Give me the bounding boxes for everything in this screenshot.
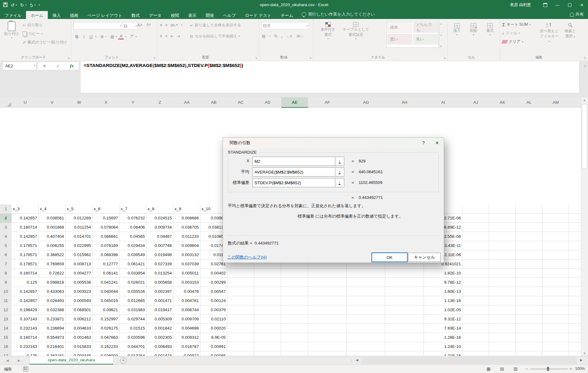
cell-AC13[interactable] <box>227 315 254 324</box>
font-size-combo[interactable]: 11▾ <box>122 22 138 30</box>
cell-Z16[interactable]: 0.006493 <box>146 342 173 351</box>
cell-W5[interactable]: 0.022995 <box>66 241 92 250</box>
currency-icon[interactable]: ▤ <box>262 34 266 38</box>
cell-partial-7[interactable] <box>569 259 581 269</box>
cell-W15[interactable]: 0.001463 <box>66 333 92 342</box>
cell-Z1[interactable]: x_8 <box>146 204 173 214</box>
cell-AG9[interactable] <box>347 278 385 287</box>
cell-U16[interactable]: 0.232143 <box>12 342 39 351</box>
cell-V13[interactable]: 0.233871 <box>39 315 66 324</box>
cell-X6[interactable]: 0.068398 <box>92 250 119 259</box>
cell-V9[interactable]: 0.598818 <box>39 278 66 287</box>
cell-AH17[interactable] <box>385 351 424 356</box>
row-header-13[interactable]: 13 <box>0 315 12 324</box>
cell-AK14[interactable] <box>489 324 516 333</box>
cell-AF15[interactable] <box>308 333 347 342</box>
cell-Y4[interactable]: 0.04565 <box>119 232 146 241</box>
cell-AA15[interactable]: 0.009312 <box>173 333 200 342</box>
cell-AH13[interactable] <box>385 315 424 324</box>
row-header-17[interactable]: 17 <box>0 351 12 356</box>
cell-AM15[interactable] <box>542 333 569 342</box>
percent-icon[interactable]: % <box>274 34 277 38</box>
cell-U17[interactable]: 0.125 <box>12 351 39 356</box>
cell-AA7[interactable]: 0.037039 <box>173 259 200 269</box>
cell-AB14[interactable]: 0.00020 <box>200 324 227 333</box>
cell-AE9[interactable] <box>281 278 308 287</box>
row-header-9[interactable]: 9 <box>0 278 12 287</box>
cell-AB12[interactable]: 0.00379 <box>200 305 227 315</box>
cell-V10[interactable]: 0.433063 <box>39 287 66 296</box>
cell-AA8[interactable]: 0.005011 <box>173 269 200 278</box>
page-break-view-icon[interactable]: ▥ <box>514 366 518 371</box>
formula-bar-collapse-icon[interactable]: ∨ <box>584 64 586 68</box>
gallery-more-icon[interactable]: ⊽ <box>440 45 442 48</box>
column-header-Y[interactable]: Y <box>119 97 147 107</box>
cell-AA16[interactable]: 0.016787 <box>173 342 200 351</box>
cell-V16[interactable]: 0.216401 <box>39 342 66 351</box>
cell-AL16[interactable] <box>516 342 542 351</box>
cell-Z11[interactable]: 0.001471 <box>146 296 173 305</box>
cell-AH11[interactable] <box>385 296 424 305</box>
cell-Y7[interactable]: 0.061421 <box>119 259 146 269</box>
cell-AG11[interactable] <box>347 296 385 305</box>
cell-X9[interactable]: 0.041241 <box>92 278 119 287</box>
argument-input[interactable]: AVERAGE($M$2:$M$652) <box>252 167 336 177</box>
cell-AC9[interactable] <box>227 278 254 287</box>
cell-AK10[interactable] <box>489 287 516 296</box>
underline-button[interactable]: U <box>88 34 94 39</box>
cell-AD8[interactable] <box>254 269 281 278</box>
cell-AK3[interactable] <box>489 223 516 232</box>
increase-decimal-icon[interactable]: ←.0 <box>286 34 292 38</box>
row-header-2[interactable]: 2 <box>0 214 12 223</box>
cell-Y14[interactable]: 0.01515 <box>119 324 146 333</box>
cell-AC17[interactable] <box>227 351 254 356</box>
dialog-title-bar[interactable]: 関数の引数 <box>223 138 444 148</box>
ribbon-display-options-icon[interactable] <box>539 0 551 10</box>
column-header-AG[interactable]: AG <box>347 97 386 107</box>
cell-W7[interactable]: 0.008713 <box>66 259 92 269</box>
dialog-help-button[interactable]: ? <box>417 138 430 148</box>
column-header-V[interactable]: V <box>39 97 66 107</box>
collapse-dialog-icon[interactable]: ↑ <box>335 167 344 177</box>
cell-AD11[interactable] <box>254 296 281 305</box>
cell-AA14[interactable]: 0.004698 <box>173 324 200 333</box>
cell-AA10[interactable]: 0.00476 <box>173 287 200 296</box>
cell-W10[interactable]: 0.003523 <box>66 287 92 296</box>
cell-AF13[interactable] <box>308 315 347 324</box>
cell-AM10[interactable] <box>542 287 569 296</box>
cell-AJ11[interactable] <box>462 296 489 305</box>
cell-AF16[interactable] <box>308 342 347 351</box>
cell-AC16[interactable] <box>227 342 254 351</box>
italic-button[interactable]: I <box>81 34 87 39</box>
cell-AK4[interactable] <box>489 232 516 241</box>
cell-AG17[interactable] <box>347 351 385 356</box>
cell-AJ1[interactable] <box>462 204 489 214</box>
cell-Z10[interactable]: 0.002397 <box>146 287 173 296</box>
cell-AD14[interactable] <box>254 324 281 333</box>
cell-AB10[interactable]: 0.00547 <box>200 287 227 296</box>
cell-V15[interactable]: 0.354973 <box>39 333 66 342</box>
cell-AM6[interactable] <box>542 250 569 259</box>
cell-AM1[interactable] <box>542 204 569 214</box>
cell-AJ10[interactable] <box>462 287 489 296</box>
cell-V6[interactable]: 0.368522 <box>39 250 66 259</box>
phonetic-icon[interactable]: ア <box>130 34 134 39</box>
cell-AK2[interactable] <box>489 214 516 223</box>
cell-U4[interactable]: 0.142857 <box>12 232 39 241</box>
cell-AL7[interactable] <box>516 259 542 269</box>
borders-icon[interactable]: ⊞ <box>100 34 104 39</box>
cell-AM11[interactable] <box>542 296 569 305</box>
cell-U5[interactable]: 0.178571 <box>12 241 39 250</box>
cell-Y5[interactable]: 0.029434 <box>119 241 146 250</box>
row-header-4[interactable]: 4 <box>0 232 12 241</box>
cell-AA6[interactable]: 0.003132 <box>173 250 200 259</box>
cell-X15[interactable]: 0.047663 <box>92 333 119 342</box>
cell-AE13[interactable] <box>281 315 308 324</box>
cell-AL12[interactable] <box>516 305 542 315</box>
cell-AA5[interactable]: 0.009604 <box>173 241 200 250</box>
ribbon-tab-数式[interactable]: 数式 <box>127 11 144 20</box>
cell-AI10[interactable]: 1.60E-13 <box>424 287 462 296</box>
cell-AB16[interactable]: 0.00991 <box>200 342 227 351</box>
column-header-AK[interactable]: AK <box>489 97 516 107</box>
cell-Y8[interactable]: 0.033854 <box>119 269 146 278</box>
